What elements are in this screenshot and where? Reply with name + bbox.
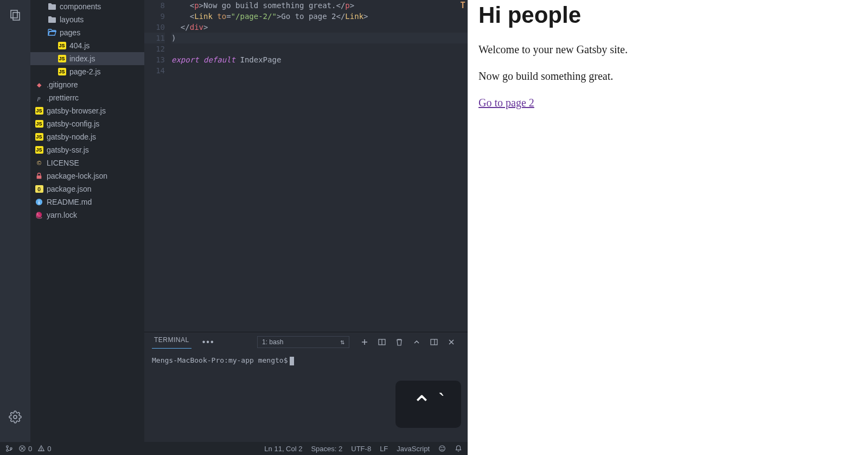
js-icon: JS <box>58 67 66 76</box>
panel-layout-button[interactable] <box>427 336 441 349</box>
file-tree-item--prettierrc[interactable]: 𝑝.prettierrc <box>30 91 144 104</box>
page-2-link[interactable]: Go to page 2 <box>478 97 534 109</box>
select-arrows-icon: ⇅ <box>340 339 344 345</box>
svg-rect-3 <box>37 175 42 179</box>
file-tree-item-layouts[interactable]: layouts <box>30 13 144 26</box>
file-label: package-lock.json <box>47 172 107 180</box>
build-text: Now go build something great. <box>478 70 857 83</box>
file-tree-item-readme-md[interactable]: iREADME.md <box>30 195 144 208</box>
js-icon: JS <box>35 146 43 154</box>
eol-status[interactable]: LF <box>380 445 388 453</box>
warnings-status[interactable]: 0 <box>37 445 51 453</box>
file-tree-item-package-json[interactable]: {}package.json <box>30 182 144 195</box>
file-label: README.md <box>47 198 92 206</box>
file-label: 404.js <box>69 41 90 50</box>
license-icon: © <box>35 159 43 167</box>
settings-gear-icon[interactable] <box>8 409 23 425</box>
explorer-sidebar: componentslayoutspagesJS404.jsJSindex.js… <box>30 0 144 455</box>
svg-rect-10 <box>431 339 437 345</box>
file-tree-item-yarn-lock[interactable]: 🧶yarn.lock <box>30 208 144 222</box>
file-label: .gitignore <box>47 80 78 89</box>
file-tree-item-gatsby-browser-js[interactable]: JSgatsby-browser.js <box>30 104 144 117</box>
split-terminal-button[interactable] <box>375 336 388 349</box>
file-label: components <box>60 2 101 11</box>
file-tree-item--gitignore[interactable]: ◆.gitignore <box>30 78 144 91</box>
file-label: layouts <box>60 15 84 24</box>
folder-icon <box>48 15 56 24</box>
js-icon: JS <box>35 132 43 141</box>
line-gutter: 8 9 10 11 12 13 14 <box>144 0 171 332</box>
file-tree-item-pages[interactable]: pages <box>30 26 144 39</box>
file-label: gatsby-config.js <box>47 119 99 128</box>
file-label: gatsby-node.js <box>47 132 96 141</box>
keystroke-overlay: ⌃ ` <box>395 381 461 428</box>
notifications-icon[interactable] <box>455 445 462 452</box>
svg-point-2 <box>14 415 17 419</box>
svg-rect-0 <box>11 10 17 18</box>
svg-point-22 <box>439 446 445 452</box>
backtick-key: ` <box>438 390 445 413</box>
svg-text:i: i <box>39 200 40 205</box>
terminal-selector[interactable]: 1: bash ⇅ <box>257 336 349 348</box>
file-tree-item-gatsby-config-js[interactable]: JSgatsby-config.js <box>30 117 144 130</box>
file-label: index.js <box>69 54 95 63</box>
new-terminal-button[interactable] <box>358 336 371 349</box>
panel-more-icon[interactable]: ••• <box>202 337 215 347</box>
js-icon: JS <box>35 119 43 128</box>
file-label: LICENSE <box>47 159 79 167</box>
indentation-status[interactable]: Spaces: 2 <box>311 445 342 453</box>
file-tree: componentslayoutspagesJS404.jsJSindex.js… <box>30 0 144 441</box>
browser-preview: Hi people Welcome to your new Gatsby sit… <box>468 0 868 455</box>
file-tree-item-package-lock-json[interactable]: package-lock.json <box>30 169 144 182</box>
file-tree-item-gatsby-ssr-js[interactable]: JSgatsby-ssr.js <box>30 143 144 156</box>
file-label: package.json <box>47 185 92 193</box>
js-icon: JS <box>58 54 66 63</box>
code-editor[interactable]: T 8 9 10 11 12 13 14 <p>Now go build som… <box>144 0 468 332</box>
file-label: yarn.lock <box>47 211 77 219</box>
maximize-panel-button[interactable] <box>410 336 423 349</box>
js-icon: JS <box>35 106 43 115</box>
svg-point-24 <box>443 447 443 448</box>
feedback-icon[interactable] <box>438 445 446 452</box>
file-label: pages <box>60 28 80 37</box>
file-tree-item-components[interactable]: components <box>30 0 144 13</box>
close-panel-button[interactable] <box>445 336 458 349</box>
errors-status[interactable]: 0 <box>18 445 32 453</box>
folder-icon <box>48 2 56 11</box>
file-label: gatsby-ssr.js <box>47 146 89 154</box>
file-tree-item-gatsby-node-js[interactable]: JSgatsby-node.js <box>30 130 144 143</box>
git-icon: ◆ <box>35 80 43 89</box>
kill-terminal-button[interactable] <box>393 336 406 349</box>
activity-bar <box>0 0 30 455</box>
terminal-cursor <box>290 357 294 365</box>
code-content[interactable]: <p>Now go build something great.</p> <Li… <box>171 0 468 332</box>
readme-icon: i <box>35 198 43 206</box>
svg-point-21 <box>41 450 42 450</box>
cursor-position[interactable]: Ln 11, Col 2 <box>264 445 302 453</box>
file-tree-item-page-2-js[interactable]: JSpage-2.js <box>30 65 144 78</box>
editor-area: T 8 9 10 11 12 13 14 <p>Now go build som… <box>144 0 468 455</box>
panel-tabs: TERMINAL ••• 1: bash ⇅ <box>144 332 468 352</box>
svg-rect-1 <box>13 12 20 20</box>
file-tree-item-index-js[interactable]: JSindex.js <box>30 52 144 65</box>
terminal-prompt: Mengs-MacBook-Pro:my-app mengto$ <box>152 356 288 364</box>
folder-open-icon <box>48 28 56 37</box>
vscode-window: componentslayoutspagesJS404.jsJSindex.js… <box>0 0 468 455</box>
json-icon: {} <box>35 185 43 193</box>
terminal-tab[interactable]: TERMINAL <box>152 336 192 349</box>
yarn-icon: 🧶 <box>35 211 43 219</box>
svg-point-15 <box>7 450 9 452</box>
explorer-icon[interactable] <box>8 8 23 23</box>
file-label: gatsby-browser.js <box>47 106 106 115</box>
prettier-icon: 𝑝 <box>35 93 43 102</box>
file-tree-item-license[interactable]: ©LICENSE <box>30 156 144 169</box>
language-mode[interactable]: JavaScript <box>397 445 430 453</box>
page-heading: Hi people <box>478 2 857 28</box>
status-bar: 0 0 Ln 11, Col 2 Spaces: 2 UTF-8 LF Java… <box>0 442 468 455</box>
svg-point-14 <box>7 446 9 448</box>
encoding-status[interactable]: UTF-8 <box>351 445 371 453</box>
minimap-indicator: T <box>460 0 465 11</box>
file-label: page-2.js <box>69 67 101 76</box>
file-tree-item-404-js[interactable]: JS404.js <box>30 39 144 52</box>
source-control-status[interactable] <box>5 445 13 452</box>
